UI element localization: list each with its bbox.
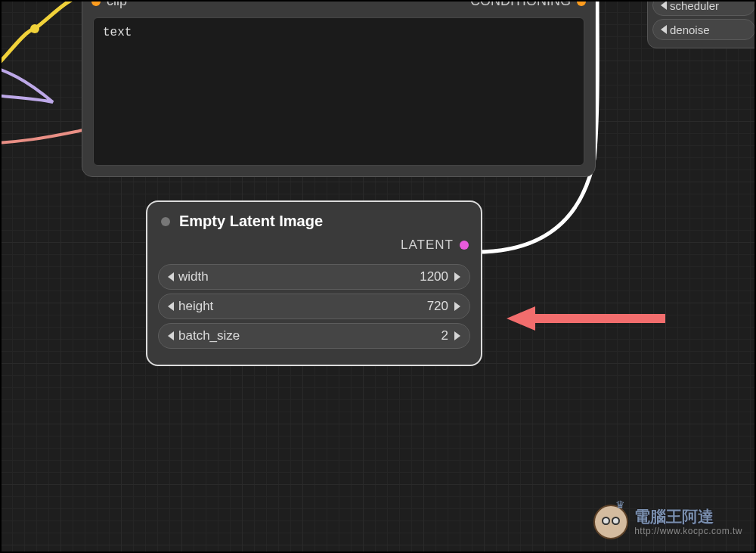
prompt-textarea[interactable]: text	[93, 17, 584, 166]
port-dot-icon	[577, 0, 586, 6]
chevron-left-icon[interactable]	[168, 302, 174, 311]
scheduler-label: scheduler	[670, 0, 719, 12]
chevron-left-icon	[661, 1, 667, 10]
watermark-title: 電腦王阿達	[634, 507, 742, 526]
sampler-node[interactable]: scheduler denoise	[647, 0, 756, 48]
node-title-text: Empty Latent Image	[179, 213, 323, 230]
port-dot-icon	[460, 241, 469, 250]
denoise-label: denoise	[670, 23, 710, 36]
clip-input-port[interactable]: clip	[91, 0, 127, 9]
width-value: 1200	[420, 269, 448, 284]
chevron-right-icon[interactable]	[454, 302, 460, 311]
chevron-left-icon[interactable]	[168, 331, 174, 340]
watermark: ♛ 電腦王阿達 http://www.kocpc.com.tw	[593, 505, 742, 539]
chevron-left-icon	[661, 25, 667, 34]
annotation-arrow-icon	[507, 305, 665, 332]
clip-input-label: clip	[107, 0, 127, 9]
height-value: 720	[427, 299, 448, 314]
batch-size-param[interactable]: batch_size 2	[158, 323, 470, 349]
watermark-avatar-icon: ♛	[593, 505, 628, 539]
height-param[interactable]: height 720	[158, 294, 470, 319]
collapse-dot-icon[interactable]	[161, 217, 170, 226]
batch-size-label: batch_size	[178, 328, 240, 343]
width-param[interactable]: width 1200	[158, 264, 470, 290]
empty-latent-image-node[interactable]: Empty Latent Image LATENT width 1200 hei…	[146, 200, 482, 366]
watermark-url: http://www.kocpc.com.tw	[634, 526, 742, 536]
latent-output-label: LATENT	[401, 238, 454, 253]
port-dot-icon	[91, 0, 101, 6]
width-label: width	[178, 269, 209, 284]
latent-output-port[interactable]: LATENT	[158, 236, 470, 260]
chevron-left-icon[interactable]	[168, 272, 174, 281]
conditioning-output-port[interactable]: CONDITIONING	[470, 0, 586, 9]
batch-size-value: 2	[442, 328, 448, 343]
denoise-param[interactable]: denoise	[652, 19, 755, 40]
chevron-right-icon[interactable]	[454, 272, 460, 281]
chevron-right-icon[interactable]	[454, 331, 460, 340]
svg-marker-2	[507, 306, 535, 331]
height-label: height	[178, 299, 213, 314]
clip-text-node[interactable]: clip CONDITIONING text	[82, 0, 596, 177]
scheduler-param[interactable]: scheduler	[652, 0, 755, 16]
conditioning-output-label: CONDITIONING	[470, 0, 571, 9]
prompt-text-value: text	[103, 26, 132, 39]
